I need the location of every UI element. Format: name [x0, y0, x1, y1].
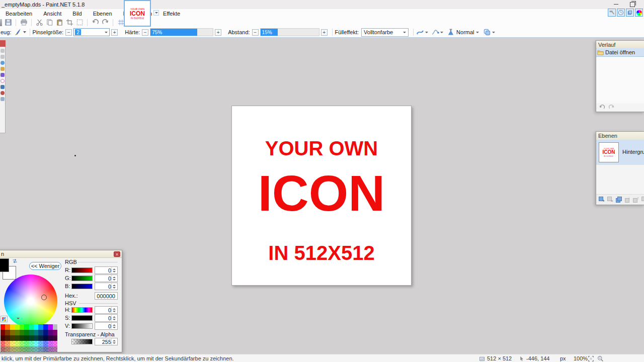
- minimize-button[interactable]: [609, 0, 623, 9]
- palette-swatch[interactable]: [34, 341, 38, 346]
- palette-swatch[interactable]: [48, 346, 52, 352]
- palette-swatch[interactable]: [10, 330, 15, 335]
- history-toggle-button[interactable]: [617, 9, 625, 17]
- colors-toggle-button[interactable]: [635, 9, 643, 17]
- selection-mode-button[interactable]: [483, 28, 491, 36]
- color-wheel[interactable]: [4, 275, 57, 328]
- palette-swatch[interactable]: [24, 324, 29, 330]
- swap-colors-icon[interactable]: [12, 258, 18, 264]
- status-units[interactable]: px: [560, 355, 566, 361]
- palette-swatch[interactable]: [5, 341, 10, 346]
- b-spinner[interactable]: 0: [95, 283, 118, 290]
- palette-swatch[interactable]: [1, 324, 5, 330]
- tool-fragment-icon[interactable]: [1, 55, 5, 59]
- add-layer-button[interactable]: +: [598, 196, 605, 203]
- tools-toggle-button[interactable]: [608, 9, 616, 17]
- menu-ebenen[interactable]: Ebenen: [88, 9, 118, 18]
- color-wheel-selector[interactable]: [41, 295, 47, 300]
- duplicate-layer-button[interactable]: [615, 196, 622, 203]
- copy-button[interactable]: [45, 19, 53, 27]
- palette-swatch[interactable]: [20, 324, 24, 330]
- tools-close-button[interactable]: [0, 40, 6, 47]
- h-spinner[interactable]: 0: [95, 306, 118, 314]
- palette-swatch[interactable]: [10, 341, 15, 346]
- palette-menu-button[interactable]: [1, 316, 8, 322]
- palette-swatch[interactable]: [29, 335, 34, 341]
- brush-tool-button[interactable]: [14, 28, 22, 36]
- palette-swatch[interactable]: [29, 341, 34, 346]
- palette-swatch[interactable]: [53, 330, 57, 335]
- brush-dropdown-caret[interactable]: [23, 31, 26, 33]
- palette-swatch[interactable]: [20, 341, 24, 346]
- palette-swatch[interactable]: [38, 324, 43, 330]
- palette-swatch[interactable]: [38, 330, 43, 335]
- image-tab[interactable]: YOUR OWN ICON IN 512X512: [124, 0, 151, 27]
- cut-button[interactable]: [35, 19, 43, 27]
- h-slider[interactable]: [71, 307, 93, 313]
- palette-swatch[interactable]: [15, 330, 19, 335]
- palette-swatch[interactable]: [15, 346, 19, 352]
- hex-field[interactable]: 000000: [95, 292, 118, 300]
- spacing-decrease-button[interactable]: −: [252, 29, 259, 36]
- palette-swatch[interactable]: [15, 324, 19, 330]
- sampling-button[interactable]: [431, 28, 439, 36]
- palette-swatch[interactable]: [43, 335, 48, 341]
- v-slider[interactable]: [71, 323, 93, 329]
- palette-swatch[interactable]: [48, 324, 52, 330]
- r-slider[interactable]: [71, 267, 93, 273]
- r-spinner[interactable]: 0: [95, 266, 118, 274]
- palette-swatch[interactable]: [48, 330, 52, 335]
- selection-mode-caret[interactable]: [492, 32, 495, 33]
- print-button[interactable]: [20, 19, 28, 27]
- brush-size-decrease-button[interactable]: −: [65, 29, 72, 36]
- palette-swatch[interactable]: [34, 346, 38, 352]
- b-slider[interactable]: [71, 284, 93, 289]
- palette-swatch[interactable]: [43, 341, 48, 346]
- layer-row-background[interactable]: YOUR OWN ICON IN 512X512 Hintergrund: [596, 140, 644, 165]
- brush-size-combobox[interactable]: 2: [73, 28, 110, 36]
- palette-swatch[interactable]: [24, 330, 29, 335]
- palette-swatch[interactable]: [20, 346, 24, 352]
- spacing-increase-button[interactable]: +: [321, 29, 328, 36]
- deselect-button[interactable]: [75, 19, 84, 27]
- hardness-slider[interactable]: 75%: [150, 28, 213, 36]
- s-slider[interactable]: [71, 315, 93, 321]
- canvas[interactable]: YOUR OWN ICON IN 512X512: [231, 106, 412, 286]
- spacing-slider[interactable]: 15%: [260, 28, 319, 36]
- palette-image-swatch[interactable]: [53, 324, 57, 330]
- palette-swatch[interactable]: [29, 330, 34, 335]
- palette-swatch[interactable]: [15, 341, 19, 346]
- delete-layer-button[interactable]: ×: [607, 196, 614, 203]
- palette-swatch[interactable]: [24, 346, 29, 352]
- palette-swatch[interactable]: [48, 341, 52, 346]
- menu-effekte[interactable]: Effekte: [157, 9, 186, 18]
- palette-swatch[interactable]: [10, 346, 15, 352]
- eraser-tool-icon[interactable]: [1, 91, 5, 95]
- menu-ansicht[interactable]: Ansicht: [38, 9, 67, 18]
- hardness-decrease-button[interactable]: −: [142, 29, 148, 36]
- alpha-spinner[interactable]: 255: [95, 338, 118, 345]
- text-tool-icon[interactable]: [1, 97, 5, 101]
- palette-swatch[interactable]: [29, 324, 34, 330]
- restore-button[interactable]: [625, 0, 639, 9]
- undo-icon[interactable]: [599, 104, 605, 111]
- sampling-caret[interactable]: [440, 32, 443, 33]
- palette-swatch[interactable]: [38, 341, 43, 346]
- history-item-open-file[interactable]: Datei öffnen: [596, 48, 644, 57]
- move-layer-up-button[interactable]: ↑: [632, 196, 639, 203]
- magnifier-tool-icon[interactable]: [1, 61, 5, 65]
- palette-swatch[interactable]: [24, 335, 29, 341]
- gradient-tool-icon[interactable]: [1, 73, 5, 77]
- palette-swatch[interactable]: [34, 324, 38, 330]
- palette-swatch[interactable]: [24, 341, 29, 346]
- redo-button[interactable]: [101, 19, 109, 27]
- undo-button[interactable]: [91, 19, 99, 27]
- colors-close-button[interactable]: x: [114, 251, 120, 257]
- palette-swatch[interactable]: [1, 346, 5, 352]
- layers-toggle-button[interactable]: [626, 9, 634, 17]
- antialiasing-button[interactable]: [416, 28, 424, 36]
- alpha-slider[interactable]: [71, 339, 93, 344]
- zoom-to-fit-icon[interactable]: [588, 355, 594, 362]
- lasso-tool-icon[interactable]: [1, 79, 5, 83]
- palette-swatch[interactable]: [20, 330, 24, 335]
